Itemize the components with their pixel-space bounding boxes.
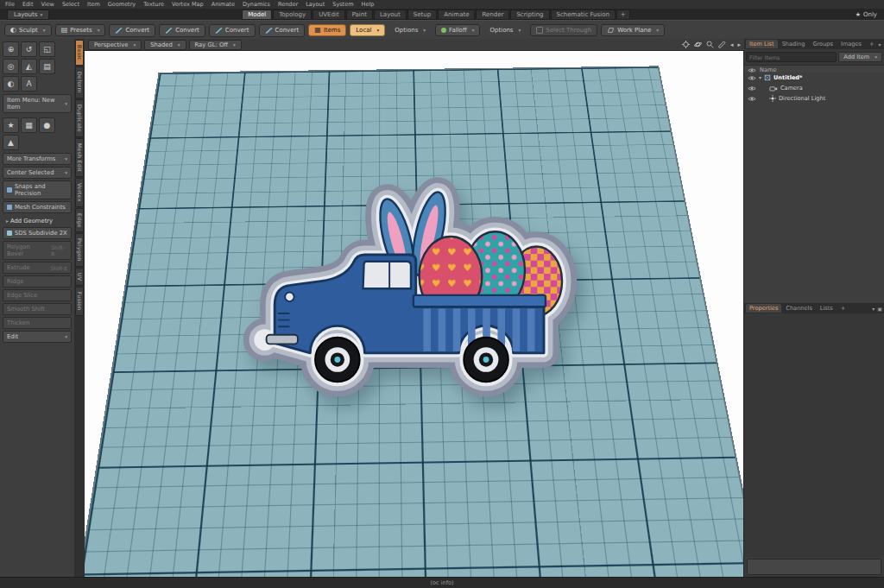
- falloff-button[interactable]: Falloff: [435, 24, 480, 36]
- sphere-primitive-icon[interactable]: ●: [39, 117, 55, 133]
- options-right-button[interactable]: Options: [483, 24, 527, 36]
- thicken-button[interactable]: Thicken: [3, 317, 72, 329]
- center-selected-dropdown[interactable]: Center Selected: [3, 167, 72, 179]
- menu-texture[interactable]: Texture: [143, 1, 164, 8]
- menu-view[interactable]: View: [41, 1, 54, 8]
- add-workspace-tab-button[interactable]: +: [616, 9, 630, 20]
- tab-topology[interactable]: Topology: [273, 9, 312, 20]
- eye-icon[interactable]: [748, 75, 756, 81]
- zoom-icon[interactable]: [706, 41, 714, 48]
- tab-lists[interactable]: Lists: [817, 304, 837, 313]
- sds-subdivide-button[interactable]: SDS Subdivide 2X: [3, 227, 72, 239]
- convert-button-4[interactable]: Convert: [259, 24, 306, 37]
- tab-groups[interactable]: Groups: [809, 40, 837, 48]
- mesh-constraints-button[interactable]: Mesh Constraints: [3, 201, 72, 213]
- menu-select[interactable]: Select: [62, 1, 79, 8]
- next-icon[interactable]: ▸: [737, 41, 741, 48]
- hatch-tool-icon[interactable]: ▤: [39, 59, 55, 74]
- item-row-directional-light[interactable]: Directional Light: [744, 93, 884, 104]
- element-move-tool-icon[interactable]: ◭: [21, 59, 37, 74]
- tab-animate[interactable]: Animate: [438, 9, 475, 20]
- menu-vertex-map[interactable]: Vertex Map: [172, 1, 204, 8]
- eye-icon[interactable]: [748, 96, 756, 102]
- menu-dynamics[interactable]: Dynamics: [243, 1, 270, 8]
- edge-slice-button[interactable]: Edge Slice: [3, 289, 72, 301]
- convert-button-2[interactable]: Convert: [159, 24, 205, 37]
- rotate-tool-icon[interactable]: ↺: [21, 41, 37, 57]
- transform-tool-icon[interactable]: ⊕: [3, 41, 19, 57]
- orbit-icon[interactable]: [694, 41, 702, 48]
- item-row-mesh[interactable]: Untitled*: [744, 73, 884, 83]
- tool-tab-basic[interactable]: Basic: [75, 40, 84, 66]
- local-action-center-button[interactable]: Local: [350, 24, 385, 36]
- tab-item-list[interactable]: Item List: [746, 40, 778, 48]
- tool-tab-polygon[interactable]: Polygon: [75, 233, 84, 266]
- select-through-toggle[interactable]: Select Through: [530, 24, 597, 36]
- tab-paint[interactable]: Paint: [346, 9, 373, 20]
- tab-model[interactable]: Model: [242, 9, 272, 20]
- tool-tab-fusion[interactable]: Fusion: [75, 287, 84, 316]
- scale-tool-icon[interactable]: ◱: [39, 41, 55, 57]
- ridge-button[interactable]: Ridge: [3, 275, 72, 288]
- tab-layout[interactable]: Layout: [374, 9, 407, 20]
- items-mode-button[interactable]: ▦Items: [308, 24, 346, 36]
- tab-properties[interactable]: Properties: [746, 304, 781, 313]
- tab-scripting[interactable]: Scripting: [510, 9, 549, 20]
- menu-render[interactable]: Render: [278, 1, 298, 8]
- prev-icon[interactable]: ◂: [730, 41, 734, 48]
- tool-tab-deform[interactable]: Deform: [75, 66, 84, 98]
- projection-dropdown[interactable]: Perspective: [88, 40, 142, 50]
- add-item-button[interactable]: Add Item: [838, 52, 882, 62]
- tool-tab-edge[interactable]: Edge: [75, 208, 84, 233]
- work-plane-button[interactable]: Work Plane: [601, 24, 665, 36]
- menu-item[interactable]: Item: [87, 1, 100, 8]
- only-toggle[interactable]: ★ Only: [856, 11, 877, 18]
- tab-uvedit[interactable]: UVEdit: [313, 9, 344, 20]
- raygl-dropdown[interactable]: Ray GL: Off: [189, 40, 242, 50]
- polygon-bevel-button[interactable]: Polygon BevelShift-B: [3, 241, 72, 260]
- tool-tab-duplicate[interactable]: Duplicate: [75, 99, 84, 137]
- add-properties-tab-button[interactable]: +: [837, 304, 849, 313]
- sculpt-button[interactable]: ◐Sculpt: [4, 24, 52, 36]
- star-primitive-icon[interactable]: ★: [3, 117, 19, 133]
- tool-tab-vertex[interactable]: Vertex: [75, 178, 84, 207]
- shading-dropdown[interactable]: Shaded: [144, 40, 186, 50]
- layouts-button[interactable]: Layouts: [7, 9, 49, 20]
- item-menu-dropdown[interactable]: Item Menu: New Item: [3, 94, 72, 113]
- filter-items-input[interactable]: [746, 52, 837, 62]
- expander-icon[interactable]: [759, 74, 761, 81]
- tool-tab-uv[interactable]: UV: [75, 268, 84, 286]
- axis-tool-icon[interactable]: ◎: [3, 59, 19, 74]
- tab-channels[interactable]: Channels: [782, 304, 816, 313]
- menu-edit[interactable]: Edit: [22, 1, 34, 8]
- add-panel-tab-button[interactable]: +: [866, 40, 878, 48]
- panel-detach-icon[interactable]: ▣: [877, 306, 882, 312]
- more-transforms-dropdown[interactable]: More Transforms: [3, 153, 72, 165]
- menu-file[interactable]: File: [5, 1, 15, 8]
- text-tool-icon[interactable]: A: [21, 76, 37, 92]
- tab-render[interactable]: Render: [476, 9, 509, 20]
- tab-images[interactable]: Images: [837, 40, 865, 48]
- crosshair-icon[interactable]: [682, 41, 690, 48]
- tool-tab-mesh-edit[interactable]: Mesh Edit: [75, 138, 84, 177]
- convert-button-1[interactable]: Convert: [109, 24, 155, 37]
- options-left-button[interactable]: Options: [388, 24, 432, 36]
- convert-button-3[interactable]: Convert: [209, 24, 256, 37]
- menu-system[interactable]: System: [332, 1, 353, 8]
- snaps-and-precision-button[interactable]: Snaps and Precision: [3, 180, 72, 199]
- tab-shading[interactable]: Shading: [779, 40, 809, 48]
- viewport-canvas[interactable]: [85, 50, 744, 578]
- presets-button[interactable]: ▤Presets: [55, 24, 106, 36]
- grid-primitive-icon[interactable]: ▦: [21, 117, 37, 133]
- tab-schematic-fusion[interactable]: Schematic Fusion: [551, 9, 616, 20]
- truck-cookie-cutter-model[interactable]: [240, 161, 620, 408]
- menu-geometry[interactable]: Geometry: [108, 1, 136, 8]
- menu-layout[interactable]: Layout: [306, 1, 325, 8]
- menu-animate[interactable]: Animate: [212, 1, 235, 8]
- panel-menu-icon[interactable]: ▾: [872, 306, 875, 312]
- cone-primitive-icon[interactable]: ▲: [3, 135, 19, 150]
- panel-menu-icon[interactable]: ▾: [879, 41, 881, 47]
- falloff-tool-icon[interactable]: ◐: [3, 76, 19, 92]
- extrude-button[interactable]: ExtrudeShift-E: [3, 262, 72, 274]
- menu-help[interactable]: Help: [362, 1, 375, 8]
